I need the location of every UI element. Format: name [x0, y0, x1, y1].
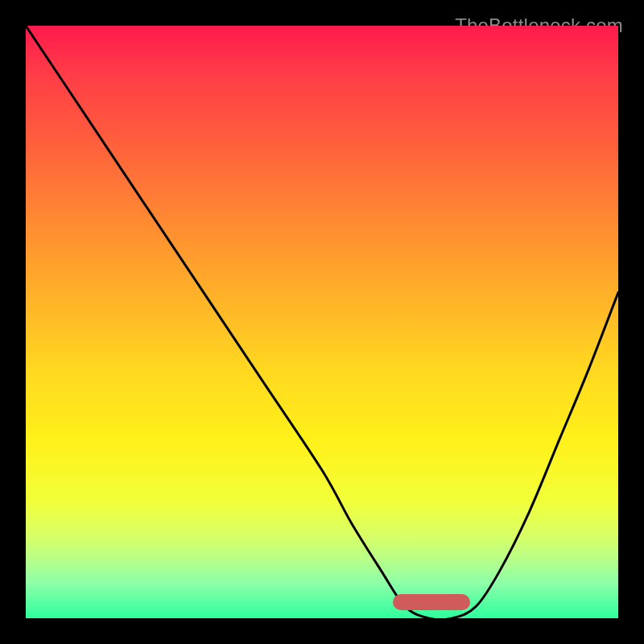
optimal-range-marker	[393, 594, 470, 610]
plot-area	[26, 26, 618, 618]
chart-frame: TheBottleneck.com	[13, 13, 631, 631]
bottleneck-curve	[26, 26, 618, 618]
